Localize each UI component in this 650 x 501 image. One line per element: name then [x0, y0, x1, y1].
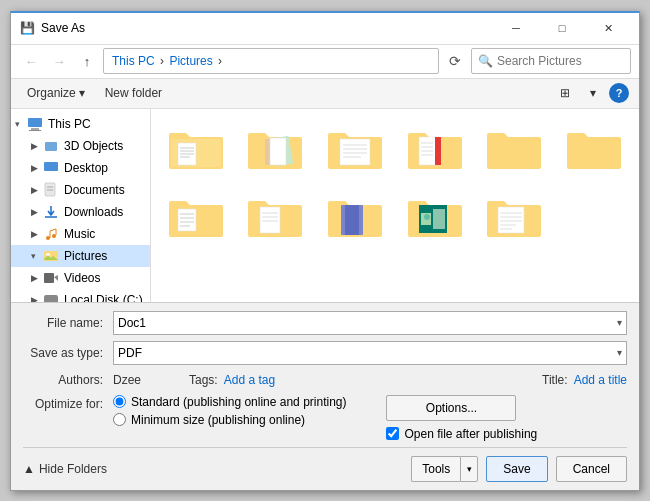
dialog-title: Save As — [41, 21, 493, 35]
savetype-select[interactable]: PDF ▾ — [113, 341, 627, 365]
folder-icon — [405, 123, 465, 173]
cancel-label: Cancel — [573, 462, 610, 476]
filename-arrow-icon: ▾ — [617, 317, 622, 328]
hide-folders-label: Hide Folders — [39, 462, 107, 476]
svg-point-10 — [52, 234, 56, 238]
close-button[interactable]: ✕ — [585, 12, 631, 44]
savetype-row: Save as type: PDF ▾ — [23, 341, 627, 365]
list-item[interactable] — [241, 187, 311, 245]
sidebar-item-music[interactable]: ▶ Music — [11, 223, 150, 245]
list-item[interactable] — [559, 119, 629, 177]
hide-folders-arrow-icon: ▲ — [23, 462, 35, 476]
sidebar-item-3d-objects[interactable]: ▶ 3D Objects — [11, 135, 150, 157]
list-item[interactable] — [161, 119, 231, 177]
svg-rect-39 — [435, 137, 441, 165]
sidebar-item-label: Videos — [64, 271, 100, 285]
list-item[interactable] — [480, 119, 550, 177]
desktop-icon — [43, 160, 59, 176]
toolbar-right: ⊞ ▾ ? — [553, 81, 629, 105]
list-item[interactable] — [400, 119, 470, 177]
sidebar-item-local-disk[interactable]: ▶ Local Disk (C:) — [11, 289, 150, 302]
address-path[interactable]: This PC › Pictures › — [103, 48, 439, 74]
radio-minimum-input[interactable] — [113, 413, 126, 426]
tools-dropdown-icon: ▾ — [467, 464, 472, 474]
search-box[interactable]: 🔍 — [471, 48, 631, 74]
up-button[interactable]: ↑ — [75, 49, 99, 73]
sidebar-item-documents[interactable]: ▶ Documents — [11, 179, 150, 201]
new-folder-label: New folder — [105, 86, 162, 100]
svg-point-9 — [46, 236, 50, 240]
svg-rect-0 — [28, 118, 42, 127]
bottom-bar: File name: Doc1 ▾ Save as type: PDF ▾ Au… — [11, 302, 639, 490]
radio-standard[interactable]: Standard (publishing online and printing… — [113, 395, 346, 409]
cancel-button[interactable]: Cancel — [556, 456, 627, 482]
save-button[interactable]: Save — [486, 456, 547, 482]
sidebar-item-this-pc[interactable]: ▾ This PC — [11, 113, 150, 135]
list-item[interactable] — [480, 187, 550, 245]
main-content: ▾ This PC ▶ 3D Objects ▶ Desktop — [11, 109, 639, 302]
tools-label: Tools — [422, 462, 450, 476]
refresh-button[interactable]: ⟳ — [443, 49, 467, 73]
back-button[interactable]: ← — [19, 49, 43, 73]
open-after-checkbox[interactable] — [386, 427, 399, 440]
maximize-button[interactable]: □ — [539, 12, 585, 44]
folder-icon — [325, 191, 385, 241]
sidebar-item-label: Downloads — [64, 205, 123, 219]
optimize-label: Optimize for: — [23, 395, 113, 411]
this-pc-icon — [27, 116, 43, 132]
tools-button[interactable]: Tools — [411, 456, 460, 482]
authors-label: Authors: — [23, 373, 113, 387]
radio-standard-input[interactable] — [113, 395, 126, 408]
sidebar-item-label: Desktop — [64, 161, 108, 175]
filename-input[interactable]: Doc1 ▾ — [113, 311, 627, 335]
sidebar-item-desktop[interactable]: ▶ Desktop — [11, 157, 150, 179]
tools-dropdown-button[interactable]: ▾ — [460, 456, 478, 482]
list-item[interactable] — [241, 119, 311, 177]
action-row: ▲ Hide Folders Tools ▾ Save Cancel — [23, 447, 627, 482]
open-after-label: Open file after publishing — [404, 427, 537, 441]
title-label-meta: Title: — [542, 373, 574, 387]
folder-icon — [564, 123, 624, 173]
expand-icon: ▶ — [31, 273, 43, 283]
svg-rect-33 — [340, 139, 370, 165]
list-item[interactable] — [320, 119, 390, 177]
new-folder-button[interactable]: New folder — [99, 84, 168, 102]
svg-rect-2 — [29, 130, 41, 131]
hide-folders-button[interactable]: ▲ Hide Folders — [23, 462, 107, 476]
radio-minimum[interactable]: Minimum size (publishing online) — [113, 413, 346, 427]
expand-icon: ▶ — [31, 163, 43, 173]
folder-icon — [166, 123, 226, 173]
sidebar-item-label: Local Disk (C:) — [64, 293, 143, 302]
view-dropdown-button[interactable]: ▾ — [581, 81, 605, 105]
sidebar-item-label: 3D Objects — [64, 139, 123, 153]
svg-rect-13 — [44, 273, 54, 283]
forward-button[interactable]: → — [47, 49, 71, 73]
authors-value: Dzee — [113, 373, 141, 387]
downloads-icon — [43, 204, 59, 220]
options-button[interactable]: Options... — [386, 395, 516, 421]
sidebar-item-pictures[interactable]: ▾ Pictures — [11, 245, 150, 267]
list-item[interactable] — [161, 187, 231, 245]
view-button[interactable]: ⊞ — [553, 81, 577, 105]
list-item[interactable] — [400, 187, 470, 245]
sidebar-item-videos[interactable]: ▶ Videos — [11, 267, 150, 289]
sidebar-item-downloads[interactable]: ▶ Downloads — [11, 201, 150, 223]
help-button[interactable]: ? — [609, 83, 629, 103]
open-after-checkbox-label[interactable]: Open file after publishing — [386, 427, 537, 441]
3d-objects-icon — [43, 138, 59, 154]
options-row: Optimize for: Standard (publishing onlin… — [23, 395, 627, 441]
add-tag-link[interactable]: Add a tag — [224, 373, 275, 387]
folder-icon — [166, 191, 226, 241]
organize-label: Organize — [27, 86, 76, 100]
folder-icon — [325, 123, 385, 173]
window-controls: ─ □ ✕ — [493, 12, 631, 44]
toolbar: Organize ▾ New folder ⊞ ▾ ? — [11, 79, 639, 109]
sidebar: ▾ This PC ▶ 3D Objects ▶ Desktop — [11, 109, 151, 302]
sidebar-item-label: Documents — [64, 183, 125, 197]
organize-button[interactable]: Organize ▾ — [21, 84, 91, 102]
list-item[interactable] — [320, 187, 390, 245]
radio-group: Standard (publishing online and printing… — [113, 395, 346, 427]
add-title-link[interactable]: Add a title — [574, 373, 627, 387]
minimize-button[interactable]: ─ — [493, 12, 539, 44]
search-input[interactable] — [497, 54, 624, 68]
